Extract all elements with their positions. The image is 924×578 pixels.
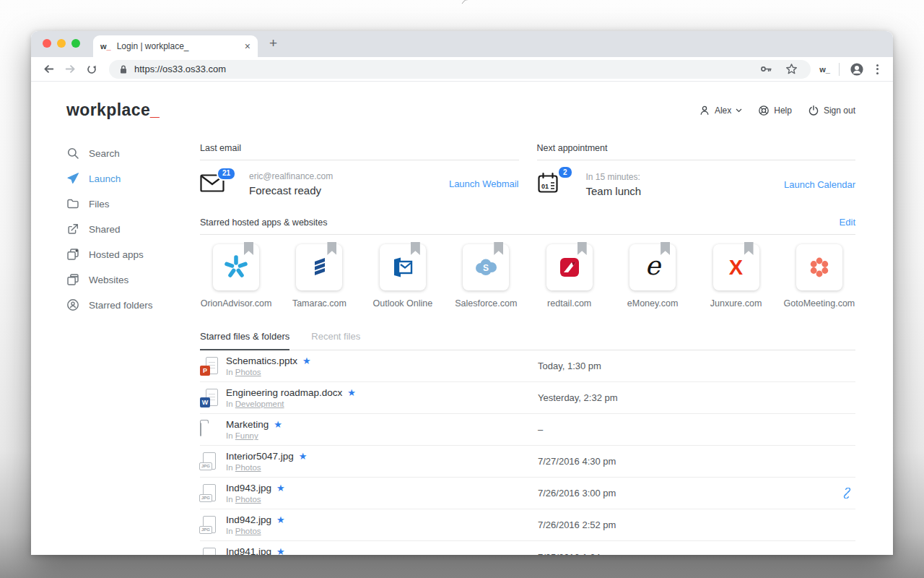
cursor-mark (461, 0, 471, 8)
file-date: 7/25/2016 1:24 pm (538, 552, 834, 556)
star-icon[interactable]: ★ (276, 483, 285, 494)
browser-window: w_ Login | workplace_ × + https://os33.o… (31, 31, 893, 555)
appointment-event: Team lunch (586, 185, 642, 197)
profile-avatar-icon[interactable] (848, 61, 866, 78)
launch-webmail-link[interactable]: Launch Webmail (449, 178, 519, 189)
jpg-file-icon: JPG (200, 451, 219, 473)
help-lifebuoy-icon (758, 105, 770, 116)
sidebar: Search Launch Files Shared Hosted apps (66, 143, 200, 555)
tab-recent-files[interactable]: Recent files (311, 331, 360, 350)
app-tile-outlook[interactable]: Outlook Online (367, 244, 439, 309)
app-tile-salesforce[interactable]: S Salesforce.com (450, 244, 522, 309)
file-row[interactable]: JPG Interior5047.jpg★ In Photos 7/27/201… (200, 446, 855, 478)
password-key-icon[interactable] (757, 61, 775, 78)
file-row[interactable]: JPG Ind941.jpg★ In Photos 7/25/2016 1:24… (200, 541, 855, 555)
file-row[interactable]: W Engineering roadmap.docx★ In Developme… (200, 382, 855, 414)
back-icon[interactable] (40, 61, 57, 78)
refresh-icon[interactable] (83, 61, 100, 78)
https-lock-icon (119, 64, 128, 74)
tab-close-icon[interactable]: × (245, 41, 250, 51)
browser-tab[interactable]: w_ Login | workplace_ × (93, 35, 258, 57)
app-tile-tamarac[interactable]: Tamarac.com (283, 244, 355, 309)
file-location-link[interactable]: Funny (235, 431, 258, 440)
appointment-lead: In 15 minutes: (586, 172, 642, 182)
launch-calendar-link[interactable]: Launch Calendar (784, 179, 855, 190)
user-menu[interactable]: Alex (699, 105, 742, 116)
sidebar-label: Files (89, 199, 110, 210)
file-location-link[interactable]: Photos (235, 463, 261, 472)
app-tile-emoney[interactable]: e eMoney.com (616, 244, 689, 309)
bookmark-ribbon-icon (578, 242, 587, 255)
star-icon[interactable]: ★ (347, 387, 356, 399)
workplace-extension-icon[interactable]: w_ (819, 65, 830, 74)
file-row[interactable]: Marketing★ In Funny – (200, 414, 855, 446)
file-location-link[interactable]: Photos (235, 368, 261, 376)
file-location-link[interactable]: Photos (235, 527, 261, 535)
folder-icon (200, 423, 226, 436)
email-sender: eric@realfinance.com (249, 171, 333, 181)
file-location-link[interactable]: Development (235, 400, 284, 408)
file-row[interactable]: JPG Ind942.jpg★ In Photos 7/26/2016 2:52… (200, 509, 855, 541)
star-icon[interactable]: ★ (276, 546, 285, 555)
file-row[interactable]: JPG Ind943.jpg★ In Photos 7/26/2016 3:00… (200, 478, 855, 509)
app-tile-junxure[interactable]: X Junxure.com (700, 244, 772, 309)
bookmark-ribbon-icon (411, 242, 420, 255)
edit-apps-link[interactable]: Edit (840, 217, 855, 228)
app-tile-gotomeeting[interactable]: GotoMeeting.com (783, 244, 855, 309)
star-icon[interactable]: ★ (302, 355, 311, 367)
sidebar-item-shared[interactable]: Shared (66, 219, 200, 239)
tab-starred-files[interactable]: Starred files & folders (200, 331, 289, 350)
app-tile-redtail[interactable]: redtail.com (533, 244, 606, 309)
jpg-file-icon: JPG (200, 546, 219, 555)
hosted-apps-icon (66, 248, 79, 261)
star-icon[interactable]: ★ (299, 451, 308, 462)
svg-text:S: S (483, 263, 489, 273)
app-tile-label: Junxure.com (710, 298, 762, 309)
forward-icon[interactable] (61, 61, 79, 78)
next-appointment-panel: Next appointment 01 2 (537, 143, 856, 197)
app-tile-label: redtail.com (547, 298, 591, 309)
sidebar-item-search[interactable]: Search (66, 143, 200, 163)
bookmark-ribbon-icon (744, 242, 754, 255)
file-name: Interior5047.jpg (226, 451, 294, 463)
file-row[interactable]: P Schematics.pptx★ In Photos Today, 1:30… (200, 350, 855, 382)
app-tile-label: eMoney.com (627, 298, 679, 309)
close-window-button[interactable] (43, 39, 51, 48)
user-name: Alex (715, 105, 731, 116)
sign-out-button[interactable]: Sign out (808, 105, 855, 116)
sidebar-label: Launch (89, 173, 121, 184)
help-button[interactable]: Help (758, 105, 792, 116)
file-location-link[interactable]: Photos (235, 495, 261, 504)
browser-toolbar: https://os33.os33.com w_ (31, 57, 893, 82)
app-tile-orionadvisor[interactable]: OrionAdvisor.com (200, 244, 272, 309)
bookmark-star-icon[interactable] (782, 61, 801, 78)
new-tab-button[interactable]: + (269, 36, 277, 53)
sidebar-item-hosted-apps[interactable]: Hosted apps (66, 244, 200, 264)
sidebar-item-websites[interactable]: Websites (66, 269, 200, 290)
orion-asterisk-logo (223, 254, 249, 280)
sidebar-item-files[interactable]: Files (66, 194, 200, 214)
powerpoint-file-icon: P (200, 355, 219, 377)
sidebar-label: Search (89, 148, 120, 159)
address-bar[interactable]: https://os33.os33.com (109, 60, 811, 79)
star-icon[interactable]: ★ (274, 419, 282, 431)
shared-link-icon[interactable] (834, 488, 855, 499)
sidebar-item-starred-folders[interactable]: Starred folders (66, 295, 200, 315)
zoom-window-button[interactable] (71, 39, 80, 48)
file-name: Engineering roadmap.docx (226, 387, 342, 400)
sidebar-item-launch[interactable]: Launch (66, 168, 200, 189)
file-date: 7/27/2016 4:30 pm (538, 456, 834, 467)
url-text[interactable]: https://os33.os33.com (134, 64, 750, 74)
bookmark-ribbon-icon (244, 242, 253, 255)
app-tile-label: OrionAdvisor.com (201, 298, 272, 309)
minimize-window-button[interactable] (57, 39, 66, 48)
emoney-e-logo: e (645, 253, 660, 279)
star-icon[interactable]: ★ (276, 514, 285, 526)
file-date: Yesterday, 2:32 pm (538, 392, 834, 403)
file-name: Ind942.jpg (226, 514, 271, 527)
gotomeeting-daisy-logo (807, 255, 832, 280)
tab-favicon: w_ (100, 42, 111, 51)
sidebar-label: Starred folders (89, 300, 153, 311)
files-tab-bar: Starred files & folders Recent files (200, 331, 855, 350)
browser-menu-icon[interactable] (870, 64, 884, 74)
